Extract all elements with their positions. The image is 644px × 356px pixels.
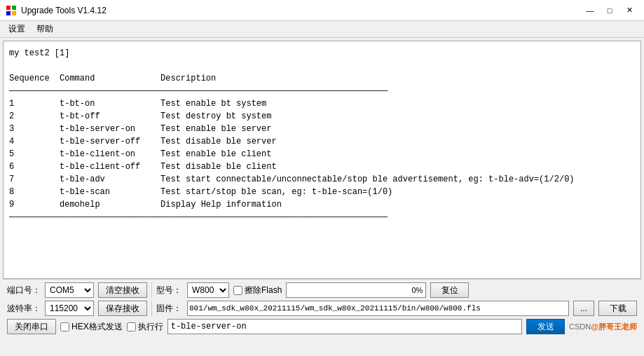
hex-send-label[interactable]: HEX格式发送 [60, 321, 123, 333]
send-input[interactable] [167, 319, 522, 334]
maximize-button[interactable]: □ [601, 4, 619, 18]
port-label: 端口号： [7, 285, 41, 296]
bottom-row-3: 关闭串口 HEX格式发送 执行行 发送 CSDN@胖哥王老师 [7, 319, 637, 334]
erase-flash-label[interactable]: 擦除Flash [233, 285, 282, 296]
svg-rect-0 [6, 6, 11, 10]
execute-label[interactable]: 执行行 [127, 321, 163, 333]
firmware-path-input[interactable] [187, 301, 569, 316]
close-port-button[interactable]: 关闭串口 [7, 319, 56, 334]
reset-button[interactable]: 复位 [430, 282, 469, 298]
title-bar: Upgrade Tools V1.4.12 — □ ✕ [0, 0, 644, 21]
divider-2 [151, 301, 152, 316]
download-button[interactable]: 下载 [598, 301, 637, 316]
svg-rect-3 [12, 11, 16, 15]
svg-rect-1 [12, 6, 16, 10]
bottom-panel: 端口号： COM5 COM1 COM2 COM3 COM4 清空接收 型号： W… [3, 279, 641, 340]
send-button[interactable]: 发送 [526, 319, 565, 334]
window-title: Upgrade Tools V1.4.12 [21, 6, 107, 15]
baud-label: 波特率： [7, 303, 41, 315]
watermark: CSDN@胖哥王老师 [569, 322, 637, 332]
menu-bar: 设置 帮助 [0, 21, 644, 38]
execute-checkbox[interactable] [127, 322, 136, 331]
firmware-label: 固件： [156, 303, 183, 315]
progress-bar: 0% [286, 282, 426, 298]
minimize-button[interactable]: — [581, 4, 599, 18]
bottom-row-2: 波特率： 115200 9600 19200 38400 57600 保存接收 … [7, 301, 637, 316]
bottom-row-1: 端口号： COM5 COM1 COM2 COM3 COM4 清空接收 型号： W… [7, 282, 637, 298]
console-area: my test2 [1] Sequence Command Descriptio… [3, 41, 641, 279]
browse-button[interactable]: ... [573, 301, 594, 316]
menu-help[interactable]: 帮助 [31, 22, 59, 36]
close-button[interactable]: ✕ [620, 4, 638, 18]
type-label: 型号： [156, 285, 183, 296]
clear-receive-button[interactable]: 清空接收 [98, 282, 147, 298]
type-select[interactable]: W800 W801 W805 [187, 282, 229, 298]
erase-flash-checkbox[interactable] [233, 286, 242, 295]
app-icon [6, 5, 17, 16]
console-output: my test2 [1] Sequence Command Descriptio… [9, 47, 635, 224]
divider-1 [151, 282, 152, 298]
menu-settings[interactable]: 设置 [3, 22, 31, 36]
baud-select[interactable]: 115200 9600 19200 38400 57600 [45, 301, 94, 316]
svg-rect-2 [6, 11, 11, 15]
save-receive-button[interactable]: 保存接收 [98, 301, 147, 316]
progress-text: 0% [411, 286, 423, 294]
window-controls: — □ ✕ [581, 4, 638, 18]
hex-send-checkbox[interactable] [60, 322, 69, 331]
port-select[interactable]: COM5 COM1 COM2 COM3 COM4 [45, 282, 94, 298]
title-bar-left: Upgrade Tools V1.4.12 [6, 5, 107, 16]
